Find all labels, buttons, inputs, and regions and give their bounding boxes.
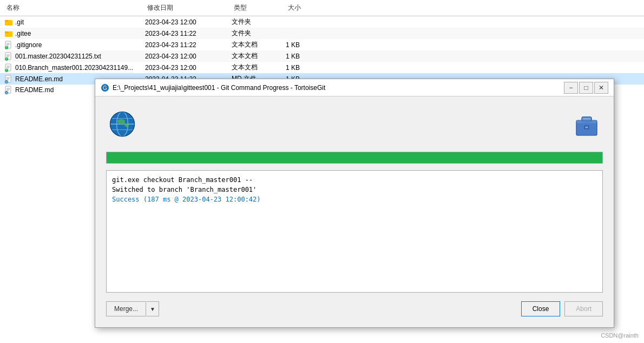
svg-text:G: G xyxy=(103,85,107,91)
git-progress-dialog: G E:\_Projects\41_wujiajia\gitteest001 -… xyxy=(95,79,614,328)
file-icon: T xyxy=(4,52,13,61)
file-name-cell: .gitee xyxy=(4,29,145,38)
dialog-titlebar: G E:\_Projects\41_wujiajia\gitteest001 -… xyxy=(95,79,614,96)
close-dialog-button[interactable]: Close xyxy=(521,301,561,316)
col-size: 大小 xyxy=(286,2,329,14)
file-name: README.en.md xyxy=(15,75,63,83)
file-icon: M xyxy=(4,75,13,83)
merge-button[interactable]: Merge... xyxy=(106,301,146,316)
file-type: 文本文档 xyxy=(232,40,286,49)
log-line: git.exe checkout Branch_master001 -- xyxy=(112,175,597,185)
file-date: 2023-04-23 12:00 xyxy=(145,64,232,72)
abort-button[interactable]: Abort xyxy=(564,301,603,316)
file-icon xyxy=(4,18,13,27)
svg-rect-44 xyxy=(582,117,591,120)
svg-text:T: T xyxy=(5,57,7,61)
briefcase-icon xyxy=(573,110,601,138)
log-line: Switched to branch 'Branch_master001' xyxy=(112,185,597,195)
file-name-cell: T .gitignore xyxy=(4,41,145,49)
file-name-cell: T 001.master.202304231125.txt xyxy=(4,52,145,61)
file-name: .gitignore xyxy=(15,41,42,49)
svg-rect-3 xyxy=(5,31,8,33)
file-name: 010.Branch_master001.202304231149... xyxy=(15,64,133,72)
svg-rect-47 xyxy=(576,120,597,123)
svg-rect-1 xyxy=(5,20,8,22)
titlebar-buttons[interactable]: − □ ✕ xyxy=(564,82,608,94)
file-type: 文本文档 xyxy=(232,63,286,72)
file-size: 1 KB xyxy=(286,41,329,49)
file-icon xyxy=(4,29,13,38)
file-name: .gitee xyxy=(15,30,31,37)
file-date: 2023-04-23 11:22 xyxy=(145,41,232,49)
file-name: .git xyxy=(15,18,24,26)
dialog-body: git.exe checkout Branch_master001 --Swit… xyxy=(95,96,614,327)
dialog-title-text: E:\_Projects\41_wujiajia\gitteest001 - G… xyxy=(113,84,325,92)
log-line: Success (187 ms @ 2023-04-23 12:00:42) xyxy=(112,195,597,204)
merge-dropdown-button[interactable]: ▼ xyxy=(147,301,159,316)
svg-text:M: M xyxy=(5,91,8,94)
watermark: CSDN@rainth xyxy=(601,332,639,339)
progress-bar xyxy=(107,152,602,163)
file-name-cell: T 010.Branch_master001.202304231149... xyxy=(4,63,145,72)
globe-icon xyxy=(108,110,136,138)
progress-container xyxy=(106,152,603,164)
dialog-title-left: G E:\_Projects\41_wujiajia\gitteest001 -… xyxy=(101,83,325,92)
file-name: README.md xyxy=(15,86,54,94)
log-output: git.exe checkout Branch_master001 --Swit… xyxy=(106,170,603,293)
file-size: 1 KB xyxy=(286,53,329,60)
file-name-cell: .git xyxy=(4,18,145,27)
close-window-button[interactable]: ✕ xyxy=(594,82,608,94)
dialog-footer: Merge... ▼ Close Abort xyxy=(106,299,603,319)
file-size: 1 KB xyxy=(286,64,329,72)
file-row[interactable]: T .gitignore2023-04-23 11:22文本文档1 KB xyxy=(0,39,644,50)
file-explorer-header: 名称 修改日期 类型 大小 xyxy=(0,0,644,16)
svg-text:T: T xyxy=(5,46,7,49)
briefcase-icon-container xyxy=(570,108,603,140)
svg-rect-46 xyxy=(585,126,588,128)
svg-text:T: T xyxy=(5,69,7,72)
file-date: 2023-04-23 12:00 xyxy=(145,53,232,60)
col-type: 类型 xyxy=(232,2,286,14)
col-name: 名称 xyxy=(4,2,145,14)
tortoisegit-icon: G xyxy=(101,83,109,92)
file-row[interactable]: T 001.master.202304231125.txt2023-04-23 … xyxy=(0,50,644,62)
minimize-button[interactable]: − xyxy=(564,82,578,94)
dialog-icons-row xyxy=(106,105,603,143)
file-name: 001.master.202304231125.txt xyxy=(15,53,101,60)
footer-right[interactable]: Close Abort xyxy=(521,301,603,316)
file-date: 2023-04-23 11:22 xyxy=(145,30,232,37)
maximize-button[interactable]: □ xyxy=(579,82,593,94)
file-row[interactable]: .gitee2023-04-23 11:22文件夹 xyxy=(0,28,644,39)
file-icon: T xyxy=(4,63,13,72)
file-row[interactable]: T 010.Branch_master001.202304231149...20… xyxy=(0,62,644,73)
file-type: 文件夹 xyxy=(232,17,286,27)
svg-text:M: M xyxy=(5,80,8,83)
globe-icon-container xyxy=(106,108,139,140)
file-type: 文本文档 xyxy=(232,51,286,61)
file-icon: T xyxy=(4,41,13,49)
file-type: 文件夹 xyxy=(232,29,286,38)
file-date: 2023-04-23 12:00 xyxy=(145,18,232,26)
col-date: 修改日期 xyxy=(145,2,232,14)
file-icon: M xyxy=(4,86,13,94)
footer-left[interactable]: Merge... ▼ xyxy=(106,301,159,316)
file-row[interactable]: .git2023-04-23 12:00文件夹 xyxy=(0,16,644,28)
